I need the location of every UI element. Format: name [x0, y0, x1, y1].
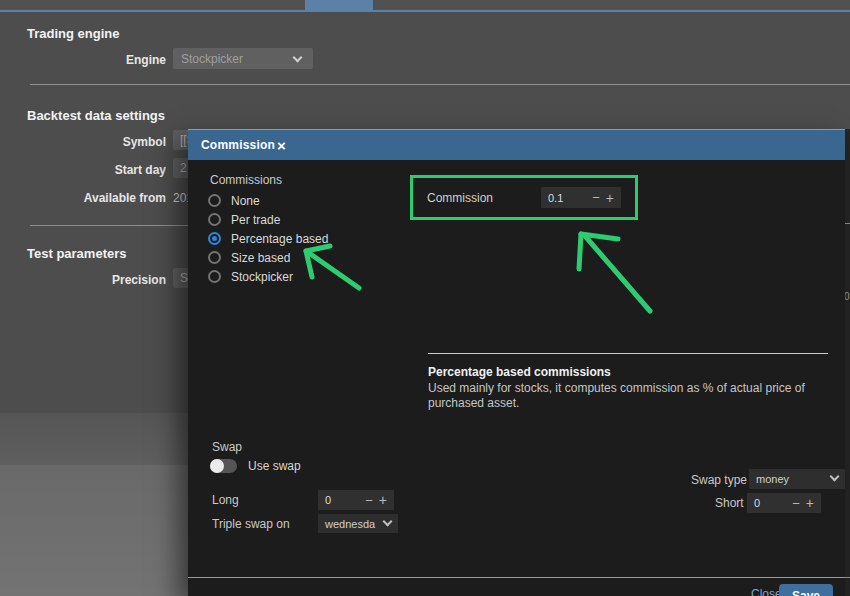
swap-type-value: money: [756, 473, 789, 485]
radio-option-per-trade[interactable]: Per trade: [208, 210, 280, 229]
increment-icon[interactable]: +: [379, 492, 387, 508]
radio-option-stockpicker[interactable]: Stockpicker: [208, 267, 293, 286]
available-from-label: Available from: [20, 191, 166, 205]
commission-value-input[interactable]: 0.1 − +: [541, 187, 621, 208]
arrow-shaft: [585, 236, 650, 311]
use-swap-label: Use swap: [248, 459, 301, 473]
swap-type-select[interactable]: money: [749, 469, 845, 489]
chevron-down-icon: [383, 517, 393, 527]
use-swap-row: Use swap: [210, 459, 301, 473]
radio-option-percentage-based[interactable]: Percentage based: [208, 229, 328, 248]
commissions-group-label: Commissions: [210, 173, 282, 187]
radio-option-size-based[interactable]: Size based: [208, 248, 290, 267]
test-parameters-heading: Test parameters: [27, 246, 126, 261]
toggle-knob-icon: [210, 459, 224, 473]
commission-value: 0.1: [548, 192, 563, 204]
radio-option-label: Percentage based: [231, 232, 328, 246]
radio-icon: [208, 194, 221, 207]
engine-select[interactable]: Stockpicker: [173, 48, 313, 69]
increment-icon[interactable]: +: [806, 495, 814, 511]
radio-icon: [208, 251, 221, 264]
clipped-value: 0: [845, 291, 850, 302]
radio-icon: [208, 213, 221, 226]
radio-option-label: None: [231, 194, 260, 208]
start-day-input-value: 2: [180, 161, 187, 175]
commission-dialog: Commission × Commissions None Per trade …: [188, 129, 845, 596]
arrow-barb: [581, 234, 618, 239]
backtest-heading: Backtest data settings: [27, 108, 165, 123]
arrow-barb: [306, 251, 312, 277]
close-icon[interactable]: ×: [277, 138, 286, 153]
save-button[interactable]: Save: [779, 584, 833, 596]
active-tab[interactable]: [305, 0, 373, 10]
divider: [845, 577, 850, 578]
radio-option-none[interactable]: None: [208, 191, 260, 210]
divider: [30, 84, 850, 85]
decrement-icon[interactable]: −: [592, 190, 600, 205]
long-input[interactable]: 0 − +: [318, 490, 394, 510]
radio-option-label: Stockpicker: [231, 270, 293, 284]
page-right-strip: 0: [845, 129, 850, 596]
decrement-icon[interactable]: −: [792, 496, 800, 511]
commission-annotation-box: Commission 0.1 − +: [410, 175, 638, 220]
increment-icon[interactable]: +: [606, 190, 614, 206]
radio-option-label: Size based: [231, 251, 290, 265]
long-label: Long: [212, 493, 239, 507]
radio-selected-icon: [208, 232, 221, 245]
close-button[interactable]: Close: [751, 587, 782, 596]
info-divider: [428, 353, 828, 354]
swap-type-label: Swap type: [691, 473, 747, 487]
info-description: Used mainly for stocks, it computes comm…: [428, 381, 845, 411]
commission-field-label: Commission: [427, 191, 493, 205]
page-lower-band: [0, 413, 188, 465]
precision-label: Precision: [40, 273, 166, 287]
triple-swap-label: Triple swap on: [212, 517, 290, 531]
top-accent-line: [0, 10, 850, 12]
short-value: 0: [754, 497, 760, 509]
start-day-label: Start day: [40, 163, 166, 177]
radio-option-label: Per trade: [231, 213, 280, 227]
short-input[interactable]: 0 − +: [747, 493, 821, 513]
page-footer-band: [0, 465, 188, 596]
engine-select-value: Stockpicker: [181, 52, 243, 66]
footer-divider: [188, 577, 845, 578]
info-heading: Percentage based commissions: [428, 365, 611, 379]
top-bar: [0, 0, 850, 10]
chevron-down-icon: [830, 472, 840, 482]
dialog-header[interactable]: Commission ×: [188, 129, 845, 160]
long-value: 0: [325, 494, 331, 506]
arrow-barb: [579, 234, 581, 269]
symbol-label: Symbol: [40, 135, 166, 149]
trading-engine-heading: Trading engine: [27, 26, 119, 41]
chevron-down-icon: [293, 53, 303, 63]
decrement-icon[interactable]: −: [365, 493, 373, 508]
dialog-title: Commission: [201, 138, 275, 152]
use-swap-toggle[interactable]: [210, 459, 237, 473]
engine-label: Engine: [60, 53, 166, 67]
divider: [845, 223, 850, 224]
short-label: Short: [715, 496, 744, 510]
swap-section-label: Swap: [212, 440, 242, 454]
radio-icon: [208, 270, 221, 283]
triple-swap-value: wednesda: [325, 518, 375, 530]
arrow-shaft: [309, 253, 359, 288]
triple-swap-select[interactable]: wednesda: [318, 514, 398, 533]
